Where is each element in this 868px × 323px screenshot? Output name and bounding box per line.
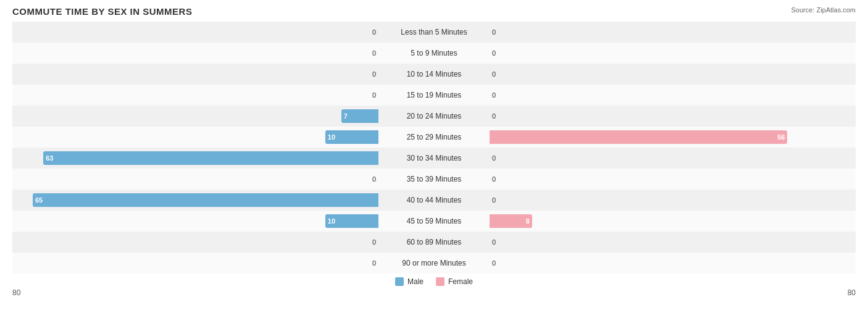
left-side: 0	[12, 43, 378, 64]
female-value-zero: 0	[492, 259, 496, 267]
male-value-zero: 0	[372, 238, 376, 246]
male-value: 10	[325, 217, 335, 225]
male-value-zero: 0	[372, 175, 376, 183]
male-value: 10	[325, 133, 335, 141]
bar-row: 015 to 19 Minutes0	[12, 85, 856, 106]
right-side: 8	[490, 211, 856, 232]
left-side: 63	[12, 148, 378, 169]
bar-row: 060 to 89 Minutes0	[12, 232, 856, 253]
male-bar: 10	[325, 214, 378, 228]
row-label: 40 to 44 Minutes	[378, 196, 490, 204]
left-side: 10	[12, 127, 378, 148]
bar-row: 010 to 14 Minutes0	[12, 64, 856, 85]
legend-male-label: Male	[407, 277, 424, 286]
row-label: 15 to 19 Minutes	[378, 91, 490, 99]
legend-male: Male	[395, 277, 424, 286]
female-value: 8	[526, 217, 532, 225]
male-value: 63	[43, 154, 53, 162]
right-side: 0	[490, 106, 856, 127]
chart-legend: Male Female	[12, 277, 856, 286]
female-value-zero: 0	[492, 112, 496, 120]
row-label: 35 to 39 Minutes	[378, 175, 490, 183]
male-bar: 63	[43, 151, 378, 165]
right-side: 56	[490, 127, 856, 148]
row-label: 30 to 34 Minutes	[378, 154, 490, 162]
right-side: 0	[490, 169, 856, 190]
male-value-zero: 0	[372, 49, 376, 57]
male-swatch	[395, 277, 404, 286]
male-value-zero: 0	[372, 70, 376, 78]
row-label: 5 to 9 Minutes	[378, 49, 490, 57]
chart-title: COMMUTE TIME BY SEX IN SUMMERS	[12, 6, 856, 17]
row-label: 25 to 29 Minutes	[378, 133, 490, 141]
bar-row: 720 to 24 Minutes0	[12, 106, 856, 127]
right-side: 0	[490, 232, 856, 253]
male-bar: 7	[341, 109, 378, 123]
bar-row: 05 to 9 Minutes0	[12, 43, 856, 64]
female-bar: 8	[490, 214, 532, 228]
male-bar: 65	[33, 193, 378, 207]
row-label: 10 to 14 Minutes	[378, 70, 490, 78]
left-side: 65	[12, 190, 378, 211]
row-label: 90 or more Minutes	[378, 259, 490, 267]
female-value-zero: 0	[492, 196, 496, 204]
right-side: 0	[490, 148, 856, 169]
row-label: 20 to 24 Minutes	[378, 112, 490, 120]
right-side: 0	[490, 64, 856, 85]
female-value-zero: 0	[492, 175, 496, 183]
chart-rows-area: 0Less than 5 Minutes005 to 9 Minutes0010…	[12, 22, 856, 274]
right-side: 0	[490, 190, 856, 211]
axis-label-left: 80	[12, 288, 20, 297]
left-side: 0	[12, 232, 378, 253]
row-label: 45 to 59 Minutes	[378, 217, 490, 225]
male-value-zero: 0	[372, 91, 376, 99]
bar-row: 6540 to 44 Minutes0	[12, 190, 856, 211]
right-side: 0	[490, 43, 856, 64]
legend-female-label: Female	[448, 277, 473, 286]
left-side: 0	[12, 64, 378, 85]
bar-row: 1045 to 59 Minutes8	[12, 211, 856, 232]
male-value-zero: 0	[372, 259, 376, 267]
left-side: 0	[12, 85, 378, 106]
left-side: 0	[12, 169, 378, 190]
female-value: 56	[777, 133, 787, 141]
axis-label-right: 80	[848, 288, 856, 297]
left-side: 0	[12, 253, 378, 274]
female-swatch	[436, 277, 444, 286]
right-side: 0	[490, 253, 856, 274]
female-value-zero: 0	[492, 154, 496, 162]
male-value-zero: 0	[372, 28, 376, 36]
female-value-zero: 0	[492, 49, 496, 57]
left-side: 7	[12, 106, 378, 127]
female-value-zero: 0	[492, 28, 496, 36]
left-side: 10	[12, 211, 378, 232]
legend-female: Female	[436, 277, 473, 286]
bar-row: 1025 to 29 Minutes56	[12, 127, 856, 148]
bar-row: 090 or more Minutes0	[12, 253, 856, 274]
right-side: 0	[490, 85, 856, 106]
female-value-zero: 0	[492, 70, 496, 78]
female-value-zero: 0	[492, 238, 496, 246]
female-value-zero: 0	[492, 91, 496, 99]
bar-row: 6330 to 34 Minutes0	[12, 148, 856, 169]
male-value: 65	[33, 196, 43, 204]
source-label: Source: ZipAtlas.com	[791, 6, 856, 14]
male-value: 7	[341, 112, 348, 120]
male-bar: 10	[325, 130, 378, 144]
female-bar: 56	[490, 130, 787, 144]
row-label: 60 to 89 Minutes	[378, 238, 490, 246]
chart-container: COMMUTE TIME BY SEX IN SUMMERS Source: Z…	[0, 0, 868, 323]
bar-row: 035 to 39 Minutes0	[12, 169, 856, 190]
row-label: Less than 5 Minutes	[378, 28, 490, 36]
bar-row: 0Less than 5 Minutes0	[12, 22, 856, 43]
right-side: 0	[490, 22, 856, 43]
left-side: 0	[12, 22, 378, 43]
